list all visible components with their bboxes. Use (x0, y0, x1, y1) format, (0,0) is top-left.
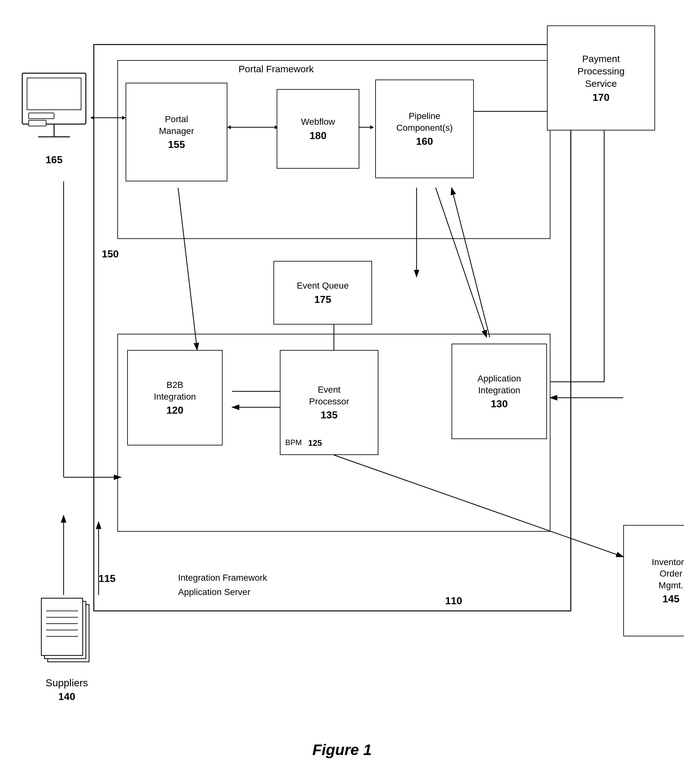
bpm-label: BPM (285, 438, 302, 448)
app-integration-number: 130 (490, 398, 508, 410)
event-queue-box: Event Queue 175 (273, 261, 372, 325)
pipeline-label: Pipeline Component(s) (396, 110, 453, 134)
svg-line-17 (452, 188, 490, 337)
svg-marker-9 (227, 125, 231, 129)
ref-110: 110 (445, 595, 462, 607)
svg-rect-37 (29, 120, 46, 126)
event-processor-number: 135 (321, 409, 337, 421)
portal-manager-label: Portal Manager (159, 113, 194, 137)
portal-manager-box: Portal Manager 155 (126, 83, 227, 181)
webflow-number: 180 (310, 130, 326, 142)
application-server-label: Application Server (178, 587, 250, 597)
payment-processing-label: Payment Processing Service (578, 52, 624, 90)
suppliers-icon (38, 592, 95, 674)
svg-rect-42 (41, 598, 83, 655)
payment-processing-number: 170 (592, 92, 609, 103)
webflow-box: Webflow 180 (277, 89, 359, 169)
inventory-box: Inventory, Order Mgmt. 145 (623, 525, 684, 636)
bpm-number: 125 (308, 438, 322, 448)
svg-rect-35 (27, 78, 81, 110)
portal-framework-label: Portal Framework (239, 64, 314, 74)
ref-150: 150 (102, 248, 119, 260)
event-processor-box: Event Processor 135 BPM 125 (280, 350, 378, 455)
event-queue-number: 175 (314, 294, 331, 306)
b2b-number: 120 (166, 404, 183, 416)
figure-caption: Figure 1 (0, 741, 684, 758)
svg-line-15 (436, 188, 487, 337)
svg-marker-13 (370, 125, 374, 129)
pipeline-box: Pipeline Component(s) 160 (375, 79, 474, 178)
svg-line-20 (178, 188, 197, 350)
svg-marker-22 (90, 116, 94, 120)
suppliers-number: 140 (32, 691, 102, 703)
app-integration-label: Application Integration (478, 373, 521, 396)
ref-115: 115 (98, 573, 115, 585)
integration-framework-label: Integration Framework (178, 573, 267, 583)
inventory-number: 145 (662, 593, 679, 605)
monitor-icon (19, 70, 89, 159)
b2b-label: B2B Integration (154, 379, 196, 403)
webflow-label: Webflow (301, 116, 335, 128)
b2b-integration-box: B2B Integration 120 (127, 350, 223, 445)
suppliers-label: Suppliers (32, 677, 102, 689)
event-queue-label: Event Queue (297, 280, 348, 291)
suppliers: Suppliers 140 (32, 592, 102, 713)
client-device: 165 (19, 70, 89, 169)
app-integration-box: Application Integration 130 (452, 344, 547, 439)
payment-processing-box: Payment Processing Service 170 (547, 26, 655, 131)
portal-manager-number: 155 (168, 139, 185, 150)
event-processor-label: Event Processor (309, 384, 349, 407)
svg-rect-36 (29, 113, 54, 119)
pipeline-number: 160 (416, 136, 433, 147)
diagram: Payment Processing Service 170 Portal Fr… (0, 0, 684, 784)
svg-line-32 (334, 455, 623, 557)
inventory-label: Inventory, Order Mgmt. (652, 556, 684, 591)
